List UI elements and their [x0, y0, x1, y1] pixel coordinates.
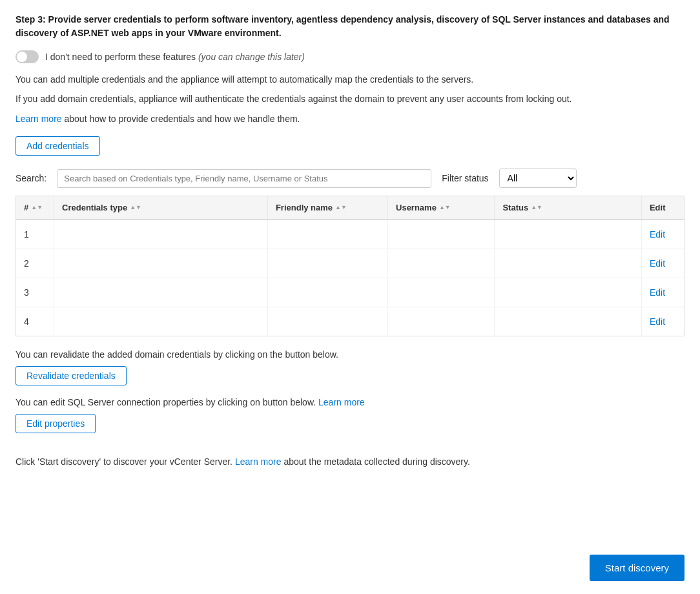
cell-status-3: [495, 278, 641, 307]
cell-edit-1[interactable]: Edit: [641, 220, 684, 249]
toggle-row: I don't need to perform these features (…: [15, 50, 685, 63]
bottom-section: You can revalidate the added domain cred…: [15, 349, 685, 467]
cell-edit-3[interactable]: Edit: [641, 278, 684, 307]
learn-more-link-credentials[interactable]: Learn more: [15, 114, 62, 124]
sort-icon-cred[interactable]: ▲▼: [130, 205, 141, 210]
sort-icon-username[interactable]: ▲▼: [439, 205, 451, 210]
filter-status-label: Filter status: [442, 173, 488, 183]
cell-status-2: [495, 249, 641, 278]
cell-friendly-name-1: [267, 220, 387, 249]
cell-num-2: 2: [16, 249, 54, 278]
add-credentials-button[interactable]: Add credentials: [15, 136, 100, 156]
cell-username-4: [388, 307, 495, 336]
table-header-row: # ▲▼ Credentials type ▲▼ Friendly name ▲…: [16, 196, 684, 220]
filter-status-select[interactable]: All Valid Invalid Not validated: [499, 169, 577, 188]
table-row: 4 Edit: [16, 307, 684, 336]
toggle-label: I don't need to perform these features (…: [45, 52, 305, 62]
cell-status-1: [495, 220, 641, 249]
cell-edit-2[interactable]: Edit: [641, 249, 684, 278]
search-input[interactable]: [57, 169, 431, 188]
info-line-2: If you add domain credentials, appliance…: [15, 92, 685, 106]
cell-friendly-name-3: [267, 278, 387, 307]
cell-num-4: 4: [16, 307, 54, 336]
table-row: 3 Edit: [16, 278, 684, 307]
th-friendly-name: Friendly name ▲▼: [267, 196, 387, 220]
click-discovery-text: Click 'Start discovery' to discover your…: [15, 456, 685, 467]
sort-icon-status[interactable]: ▲▼: [531, 205, 542, 210]
cell-num-1: 1: [16, 220, 54, 249]
revalidate-text: You can revalidate the added domain cred…: [15, 349, 685, 360]
step-title: Step 3: Provide server credentials to pe…: [15, 13, 685, 40]
discovery-learn-more-link[interactable]: Learn more: [235, 456, 282, 467]
th-num: # ▲▼: [16, 196, 54, 220]
search-filter-row: Search: Filter status All Valid Invalid …: [15, 169, 685, 188]
cell-username-2: [388, 249, 495, 278]
sql-learn-more-link[interactable]: Learn more: [318, 397, 365, 407]
feature-toggle[interactable]: [15, 50, 39, 63]
edit-properties-button[interactable]: Edit properties: [15, 414, 96, 433]
edit-link-4[interactable]: Edit: [650, 316, 665, 327]
cell-cred-type-3: [54, 278, 268, 307]
cell-num-3: 3: [16, 278, 54, 307]
th-cred-type: Credentials type ▲▼: [54, 196, 268, 220]
credentials-table: # ▲▼ Credentials type ▲▼ Friendly name ▲…: [16, 196, 684, 336]
th-edit: Edit: [641, 196, 684, 220]
sort-icon-num[interactable]: ▲▼: [31, 205, 43, 210]
cell-cred-type-4: [54, 307, 268, 336]
edit-link-2[interactable]: Edit: [650, 258, 665, 269]
th-status: Status ▲▼: [495, 196, 641, 220]
sql-text: You can edit SQL Server connection prope…: [15, 397, 685, 407]
cell-cred-type-2: [54, 249, 268, 278]
edit-link-1[interactable]: Edit: [650, 229, 665, 240]
revalidate-credentials-button[interactable]: Revalidate credentials: [15, 366, 127, 385]
cell-friendly-name-4: [267, 307, 387, 336]
info-line-1: You can add multiple credentials and the…: [15, 72, 685, 87]
edit-link-3[interactable]: Edit: [650, 287, 665, 298]
cell-edit-4[interactable]: Edit: [641, 307, 684, 336]
table-row: 2 Edit: [16, 249, 684, 278]
cell-friendly-name-2: [267, 249, 387, 278]
learn-more-row: Learn more about how to provide credenti…: [15, 112, 685, 126]
table-row: 1 Edit: [16, 220, 684, 249]
sort-icon-friendly[interactable]: ▲▼: [335, 205, 347, 210]
search-label: Search:: [15, 173, 46, 183]
credentials-table-container: # ▲▼ Credentials type ▲▼ Friendly name ▲…: [15, 196, 685, 336]
cell-cred-type-1: [54, 220, 268, 249]
cell-status-4: [495, 307, 641, 336]
start-discovery-button[interactable]: Start discovery: [590, 555, 685, 581]
cell-username-1: [388, 220, 495, 249]
th-username: Username ▲▼: [388, 196, 495, 220]
cell-username-3: [388, 278, 495, 307]
